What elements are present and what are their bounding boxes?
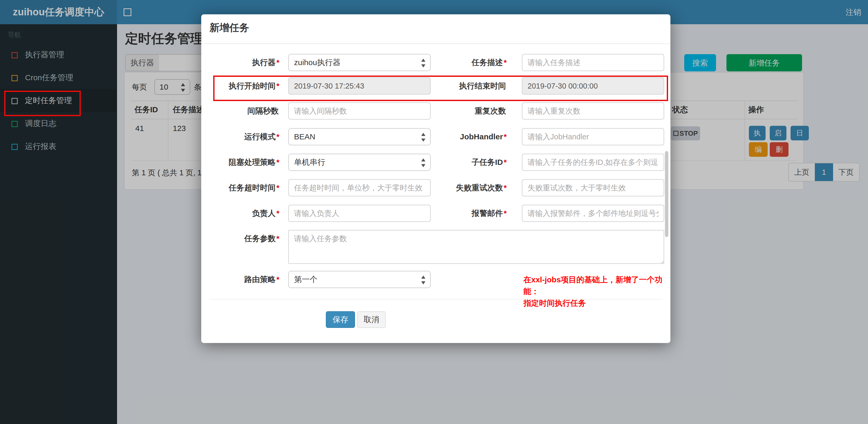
job-handler-label: JobHandler* [433, 128, 507, 145]
timeout-label: 任务超时时间* [204, 179, 279, 196]
app-root: zuihou任务调度中心 注销 导航 执行器管理 Cron任务管理 定时任务管理… [0, 0, 868, 424]
child-job-id-label: 子任务ID* [433, 154, 507, 171]
executor-label: 执行器* [204, 54, 279, 71]
modal-header-divider [201, 43, 671, 44]
interval-label: 间隔秒数 [204, 102, 279, 120]
modal-footer-divider [209, 299, 662, 299]
save-button[interactable]: 保存 [326, 311, 355, 328]
add-job-modal: 新增任务 执行器* zuihou执行器 任务描述* 执行开始时间* 2019-0… [201, 14, 671, 343]
route-strategy-label: 路由策略* [204, 271, 279, 288]
modal-title: 新增任务 [210, 21, 249, 34]
annotation-note-text: 在xxl-jobs项目的基础上，新增了一个功能： 指定时间执行任务 [523, 274, 671, 309]
block-strategy-label: 阻塞处理策略* [204, 154, 279, 171]
select-arrows-icon [421, 275, 425, 285]
block-strategy-select-value: 单机串行 [289, 154, 430, 170]
annotation-note-line1: 在xxl-jobs项目的基础上，新增了一个功能： [523, 274, 671, 297]
fail-retry-label: 失败重试次数* [433, 179, 507, 196]
annotation-box-sidebar-item [4, 91, 81, 116]
job-param-label: 任务参数* [204, 230, 279, 247]
form-row: 执行器* zuihou执行器 任务描述* [201, 54, 671, 71]
annotation-box-time-row [213, 75, 668, 101]
job-desc-input[interactable] [522, 54, 664, 71]
repeat-count-label: 重复次数 [433, 102, 507, 120]
form-row: 任务参数* [201, 230, 671, 264]
job-desc-label: 任务描述* [433, 54, 507, 71]
job-param-textarea[interactable] [288, 230, 664, 264]
alarm-email-label: 报警邮件* [433, 205, 507, 222]
fail-retry-input[interactable] [522, 179, 664, 196]
select-arrows-icon [421, 158, 425, 168]
cancel-button[interactable]: 取消 [357, 311, 386, 328]
block-strategy-select[interactable]: 单机串行 [288, 154, 431, 171]
select-arrows-icon [421, 132, 425, 142]
run-mode-select-value: BEAN [289, 129, 430, 145]
child-job-id-input[interactable] [522, 154, 664, 171]
form-row: 负责人* 报警邮件* [201, 205, 671, 222]
executor-select[interactable]: zuihou执行器 [288, 54, 431, 71]
modal-scrollbar-thumb[interactable] [665, 151, 668, 237]
owner-input[interactable] [288, 205, 431, 222]
interval-input[interactable] [288, 102, 431, 120]
form-row: 间隔秒数 重复次数 [201, 102, 671, 120]
alarm-email-input[interactable] [522, 205, 664, 222]
form-row: 运行模式* BEAN JobHandler* [201, 128, 671, 145]
run-mode-select[interactable]: BEAN [288, 128, 431, 145]
route-strategy-select[interactable]: 第一个 [288, 271, 431, 288]
repeat-count-input[interactable] [522, 102, 664, 120]
route-strategy-select-value: 第一个 [289, 271, 430, 288]
run-mode-label: 运行模式* [204, 128, 279, 145]
timeout-input[interactable] [288, 179, 431, 196]
form-row: 任务超时时间* 失败重试次数* [201, 179, 671, 196]
owner-label: 负责人* [204, 205, 279, 222]
executor-select-value: zuihou执行器 [289, 55, 430, 71]
job-handler-input[interactable] [522, 128, 664, 145]
form-row: 阻塞处理策略* 单机串行 子任务ID* [201, 154, 671, 171]
select-arrows-icon [421, 58, 425, 68]
